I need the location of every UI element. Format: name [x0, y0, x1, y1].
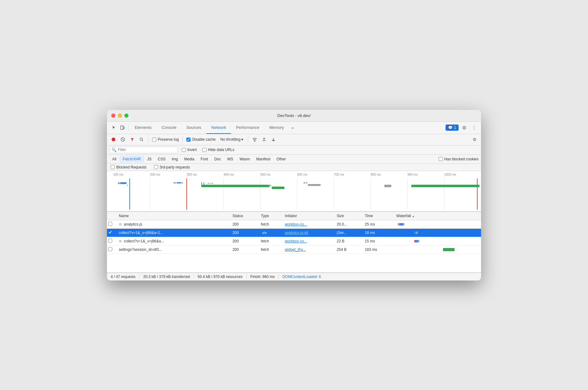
header-name[interactable]: Name	[116, 212, 230, 220]
row-name-text: collect?v=1&_v=j96&a...	[124, 239, 164, 243]
header-size[interactable]: Size	[334, 212, 362, 220]
more-options-icon[interactable]: ⋮	[470, 123, 479, 132]
waterfall-bar-2	[415, 240, 418, 242]
header-status[interactable]: Status	[230, 212, 258, 220]
header-type[interactable]: Type	[258, 212, 282, 220]
header-waterfall[interactable]: Waterfall	[394, 212, 481, 220]
row-checkbox[interactable]	[108, 222, 112, 226]
type-btn-font[interactable]: Font	[198, 156, 211, 162]
network-settings-icon[interactable]: ⚙	[470, 135, 479, 144]
initiator-link[interactable]: workbox-co...	[285, 239, 307, 243]
tab-memory[interactable]: Memory	[264, 121, 289, 134]
settings-icon[interactable]: ⚙	[460, 123, 469, 132]
tabs-container: Elements Console Sources Network Perform…	[130, 121, 446, 134]
waterfall-bar-dns	[398, 223, 399, 226]
svg-line-6	[142, 140, 143, 141]
tab-performance[interactable]: Performance	[231, 121, 264, 134]
timeline-label-300: 300 ms	[187, 173, 224, 176]
blocked-requests-label[interactable]: Blocked Requests	[109, 165, 148, 169]
hide-data-urls-label[interactable]: Hide data URLs	[201, 148, 236, 152]
row-waterfall	[394, 237, 481, 245]
initiator-link[interactable]: analytics.js:44	[285, 231, 308, 235]
tab-console[interactable]: Console	[157, 121, 181, 134]
timeline-label-600: 600 ms	[297, 173, 334, 176]
throttle-select[interactable]: No throttling ▾	[218, 136, 246, 143]
invert-checkbox[interactable]	[182, 148, 186, 152]
type-btn-css[interactable]: CSS	[155, 156, 168, 162]
timeline-label-100: 100 ms	[113, 173, 150, 176]
svg-rect-33	[384, 185, 391, 187]
header-time[interactable]: Time	[362, 212, 394, 220]
svg-point-5	[140, 138, 142, 140]
badge-count: 1	[454, 125, 456, 130]
svg-point-7	[254, 141, 255, 142]
invert-label[interactable]: Invert	[181, 148, 198, 152]
close-button[interactable]	[111, 114, 115, 118]
hide-data-urls-checkbox[interactable]	[202, 148, 206, 152]
tab-sources[interactable]: Sources	[181, 121, 206, 134]
type-btn-manifest[interactable]: Manifest	[253, 156, 273, 162]
row-checkbox[interactable]	[108, 247, 112, 251]
row-type: fetch	[258, 237, 282, 245]
device-toggle-icon[interactable]	[118, 123, 127, 132]
type-btn-all[interactable]: All	[109, 156, 119, 162]
svg-rect-32	[308, 184, 321, 186]
preserve-log-checkbox[interactable]	[152, 138, 156, 142]
tabs-overflow-button[interactable]: »	[289, 125, 296, 130]
table-row[interactable]: collect?v=1&_v=j96&a=1... 200 xhr analyt…	[107, 228, 481, 237]
minimize-button[interactable]	[118, 114, 122, 118]
row-checkbox[interactable]	[108, 239, 112, 243]
svg-rect-36	[204, 182, 204, 186]
initiator-link[interactable]: workbox-co...	[285, 222, 307, 227]
gear-icon: ⚙	[119, 239, 122, 243]
preserve-log-label[interactable]: Preserve log	[151, 137, 180, 142]
notifications-badge-button[interactable]: 💬 1	[446, 124, 459, 131]
table-row[interactable]: ⚙ analytics.js 200 fetch workbox-co... 2…	[107, 220, 481, 228]
net-divider-2	[182, 136, 183, 143]
type-btn-fetch-xhr[interactable]: Fetch/XHR	[120, 156, 144, 162]
clear-button[interactable]	[119, 135, 127, 144]
timeline-labels: 100 ms 200 ms 300 ms 400 ms 500 ms 600 m…	[113, 173, 481, 176]
row-checkbox[interactable]	[108, 230, 112, 234]
type-btn-ws[interactable]: WS	[224, 156, 236, 162]
third-party-requests-label[interactable]: 3rd-party requests	[153, 165, 191, 169]
svg-rect-29	[272, 187, 285, 189]
blocked-requests-checkbox[interactable]	[111, 165, 115, 169]
tab-elements[interactable]: Elements	[130, 121, 157, 134]
table-row[interactable]: settings?session_id=df3... 200 fetch wid…	[107, 245, 481, 254]
disable-cache-label[interactable]: Disable cache	[185, 137, 217, 142]
row-waterfall	[394, 228, 481, 237]
upload-icon[interactable]	[260, 135, 268, 144]
dom-content-loaded: DOMContentLoaded: 6	[279, 275, 325, 279]
hide-data-urls-text: Hide data URLs	[208, 148, 234, 152]
net-divider-3	[248, 136, 248, 143]
svg-line-4	[122, 139, 124, 140]
invert-text: Invert	[187, 148, 197, 152]
row-status: 200	[230, 245, 258, 254]
fullscreen-button[interactable]	[124, 114, 128, 118]
wifi-icon[interactable]	[251, 135, 259, 144]
third-party-requests-checkbox[interactable]	[154, 165, 158, 169]
svg-rect-24	[173, 182, 176, 183]
record-button[interactable]	[109, 135, 118, 144]
cursor-tool-icon[interactable]	[109, 123, 118, 132]
row-name-cell: ⚙ collect?v=1&_v=j96&a...	[116, 237, 230, 245]
tab-network[interactable]: Network	[206, 121, 231, 134]
xhr-badge: xhr	[261, 231, 268, 235]
type-btn-other[interactable]: Other	[274, 156, 289, 162]
filter-icon[interactable]	[128, 135, 136, 144]
search-icon[interactable]	[137, 135, 146, 144]
table-row[interactable]: ⚙ collect?v=1&_v=j96&a... 200 fetch work…	[107, 237, 481, 245]
type-btn-doc[interactable]: Doc	[211, 156, 224, 162]
has-blocked-cookies-label[interactable]: Has blocked cookies	[439, 157, 479, 161]
header-initiator[interactable]: Initiator	[282, 212, 334, 220]
type-btn-media[interactable]: Media	[181, 156, 197, 162]
initiator-link[interactable]: widget_ifra...	[285, 247, 306, 252]
type-btn-wasm[interactable]: Wasm	[237, 156, 253, 162]
has-blocked-cookies-checkbox[interactable]	[439, 157, 443, 161]
type-btn-js[interactable]: JS	[144, 156, 154, 162]
download-icon[interactable]	[269, 135, 277, 144]
type-btn-img[interactable]: Img	[169, 156, 181, 162]
disable-cache-checkbox[interactable]	[186, 138, 190, 142]
filter-input[interactable]	[118, 148, 176, 152]
